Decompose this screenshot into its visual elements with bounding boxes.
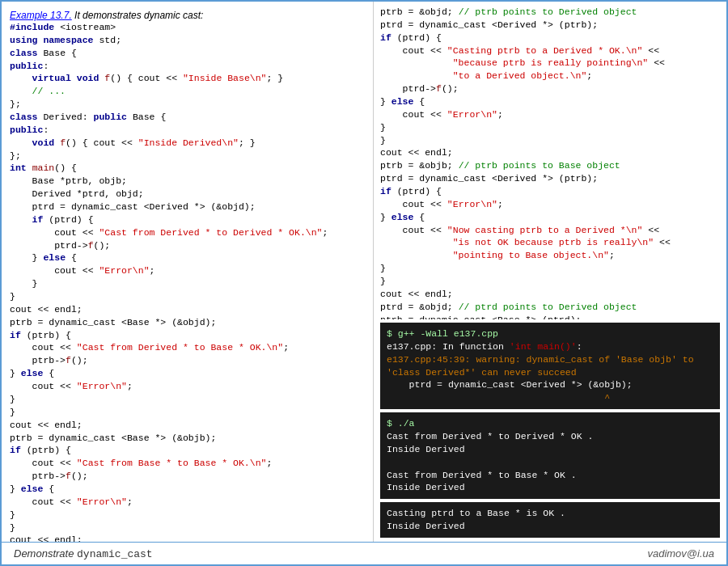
right-code-pre: ptrb = &objd; // ptrb points to Derived …: [380, 6, 720, 319]
terminal-compiler-text: $ g++ -Wall e137.cpp e137.cpp: In functi…: [387, 327, 713, 404]
example-link[interactable]: Example 13.7.: [10, 10, 72, 21]
terminal-compiler: $ g++ -Wall e137.cpp e137.cpp: In functi…: [380, 323, 720, 409]
left-panel: Example 13.7. It demonstrates dynamic ca…: [2, 2, 374, 542]
footer-email: vadimov@i.ua: [647, 547, 714, 560]
right-code-block: ptrb = &objd; // ptrb points to Derived …: [380, 6, 720, 319]
left-code-block: #include <iostream> using namespace std;…: [10, 21, 365, 542]
footer-title: Demonstrate dynamic_cast: [14, 547, 153, 560]
terminal-run-text: $ ./a Cast from Derived * to Derived * O…: [387, 417, 713, 494]
terminal-final: Casting ptrd to a Base * is OK . Inside …: [380, 502, 720, 538]
content-area: Example 13.7. It demonstrates dynamic ca…: [2, 2, 726, 542]
main-container: Example 13.7. It demonstrates dynamic ca…: [2, 2, 726, 564]
terminal-final-text: Casting ptrd to a Base * is OK . Inside …: [387, 507, 713, 533]
footer: Demonstrate dynamic_cast vadimov@i.ua: [2, 542, 726, 564]
footer-code: dynamic_cast: [77, 548, 153, 560]
example-title: It demonstrates dynamic cast:: [72, 10, 204, 21]
left-title: Example 13.7. It demonstrates dynamic ca…: [10, 10, 365, 21]
right-panel: ptrb = &objd; // ptrb points to Derived …: [374, 2, 726, 542]
terminal-run: $ ./a Cast from Derived * to Derived * O…: [380, 412, 720, 499]
